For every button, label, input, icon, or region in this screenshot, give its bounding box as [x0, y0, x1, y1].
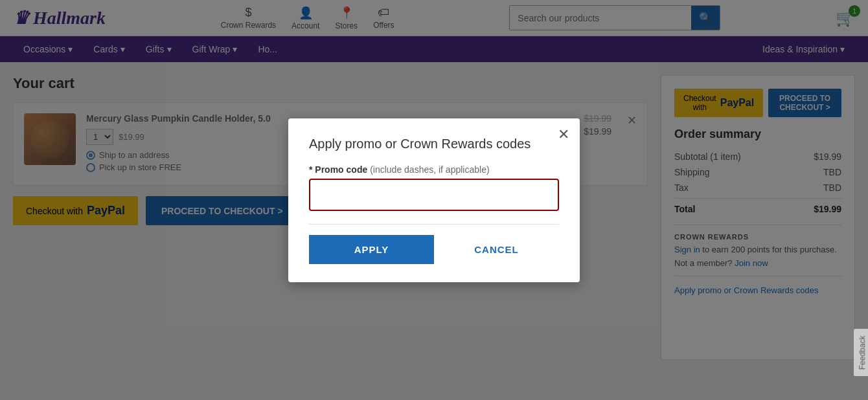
promo-label-normal: (include dashes, if applicable) [367, 164, 489, 175]
cancel-button[interactable]: CANCEL [434, 235, 559, 264]
modal-overlay[interactable]: ✕ Apply promo or Crown Rewards codes * P… [0, 0, 868, 400]
modal-close-button[interactable]: ✕ [558, 126, 569, 143]
promo-field-label: * Promo code (include dashes, if applica… [309, 164, 559, 175]
feedback-tab[interactable]: Feedback [854, 329, 868, 377]
promo-modal: ✕ Apply promo or Crown Rewards codes * P… [288, 118, 580, 282]
apply-button[interactable]: APPLY [309, 235, 434, 264]
promo-label-bold: * Promo code [309, 164, 367, 175]
promo-code-input[interactable] [313, 183, 555, 207]
modal-title: Apply promo or Crown Rewards codes [309, 137, 559, 151]
modal-buttons: APPLY CANCEL [309, 224, 559, 264]
promo-input-wrap [309, 179, 559, 211]
